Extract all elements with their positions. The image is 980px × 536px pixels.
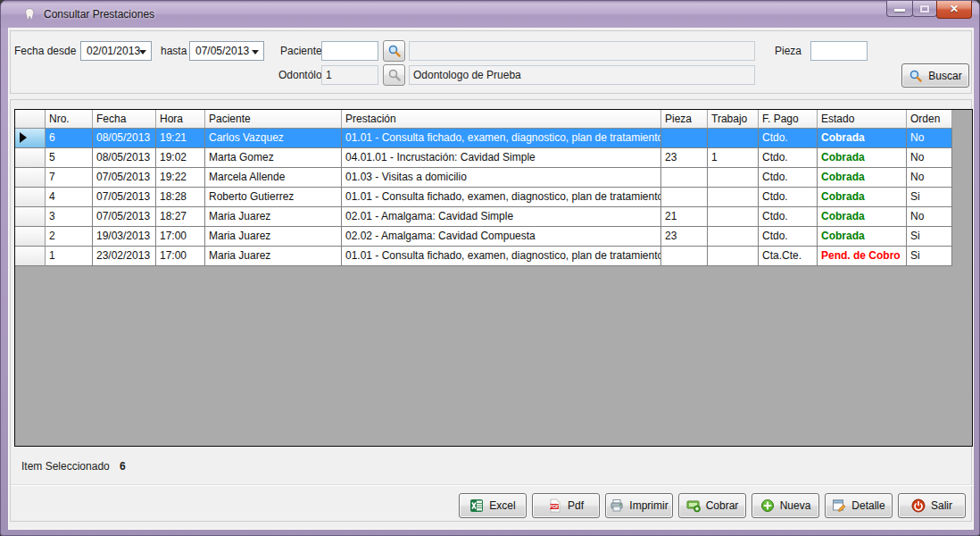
table-row[interactable]: 707/05/201319:22Marcela Allende01.03 - V…	[15, 168, 972, 188]
cell-prestacion[interactable]: 01.01 - Consulta fichado, examen, diagno…	[342, 247, 661, 266]
row-selector[interactable]	[15, 129, 46, 148]
cell-f_pago[interactable]: Ctdo.	[759, 129, 818, 148]
detalle-button[interactable]: Detalle	[825, 493, 893, 518]
buscar-button[interactable]: Buscar	[901, 63, 969, 88]
cell-paciente[interactable]: Maria Juarez	[205, 227, 342, 247]
cell-estado[interactable]: Cobrada	[818, 207, 907, 227]
cell-nro[interactable]: 7	[46, 168, 93, 188]
column-header-prestacion[interactable]: Prestación	[342, 110, 661, 129]
cell-fecha[interactable]: 07/05/2013	[93, 207, 156, 227]
cell-prestacion[interactable]: 01.03 - Visitas a domicilio	[342, 168, 661, 188]
cell-paciente[interactable]: Marcela Allende	[205, 168, 342, 188]
title-bar[interactable]: Consultar Prestaciones ✕	[1, 1, 980, 28]
cell-estado[interactable]: Cobrada	[818, 227, 907, 247]
cell-pieza[interactable]: 21	[661, 207, 708, 227]
table-row[interactable]: 608/05/201319:21Carlos Vazquez01.01 - Co…	[15, 129, 972, 148]
cell-pieza[interactable]: 23	[661, 227, 708, 247]
cell-estado[interactable]: Cobrada	[818, 188, 907, 207]
cell-prestacion[interactable]: 02.02 - Amalgama: Cavidad Compuesta	[342, 227, 661, 247]
column-header-paciente[interactable]: Paciente	[205, 110, 342, 129]
cell-trabajo[interactable]	[708, 188, 759, 207]
cell-orden[interactable]: No	[907, 207, 952, 227]
cell-orden[interactable]: No	[907, 129, 952, 148]
cell-fecha[interactable]: 07/05/2013	[93, 168, 156, 188]
salir-button[interactable]: Salir	[898, 493, 966, 518]
cell-nro[interactable]: 3	[46, 207, 93, 227]
cell-pieza[interactable]	[661, 188, 708, 207]
column-header-estado[interactable]: Estado	[818, 110, 907, 129]
cell-prestacion[interactable]: 02.01 - Amalgama: Cavidad Simple	[342, 207, 661, 227]
column-header-pieza[interactable]: Pieza	[661, 110, 708, 129]
cell-hora[interactable]: 18:27	[156, 207, 205, 227]
cell-pieza[interactable]	[661, 247, 708, 266]
cell-paciente[interactable]: Carlos Vazquez	[205, 129, 342, 148]
cell-f_pago[interactable]: Cta.Cte.	[759, 247, 818, 266]
minimize-button[interactable]	[886, 1, 913, 17]
cell-estado[interactable]: Cobrada	[818, 168, 907, 188]
table-row[interactable]: 307/05/201318:27Maria Juarez02.01 - Amal…	[15, 207, 972, 227]
cell-fecha[interactable]: 19/03/2013	[93, 227, 156, 247]
imprimir-button[interactable]: Imprimir	[605, 493, 673, 518]
maximize-button[interactable]	[912, 1, 937, 17]
pieza-input[interactable]	[810, 41, 868, 61]
fecha-hasta-combo[interactable]: 07/05/2013	[189, 41, 264, 61]
fecha-desde-combo[interactable]: 02/01/2013	[80, 41, 152, 61]
paciente-search-button[interactable]	[383, 40, 405, 62]
cell-orden[interactable]: Si	[907, 247, 952, 266]
column-header-orden[interactable]: Orden	[907, 110, 952, 129]
cell-nro[interactable]: 2	[46, 227, 93, 247]
cell-estado[interactable]: Cobrada	[818, 148, 907, 168]
cell-prestacion[interactable]: 01.01 - Consulta fichado, examen, diagno…	[342, 188, 661, 207]
cell-f_pago[interactable]: Ctdo.	[759, 207, 818, 227]
cell-paciente[interactable]: Marta Gomez	[205, 148, 342, 168]
cell-trabajo[interactable]	[708, 129, 759, 148]
cell-hora[interactable]: 17:00	[156, 247, 205, 266]
cell-fecha[interactable]: 07/05/2013	[93, 188, 156, 207]
cell-orden[interactable]: Si	[907, 188, 952, 207]
cell-nro[interactable]: 5	[46, 148, 93, 168]
row-selector[interactable]	[15, 168, 46, 188]
cell-f_pago[interactable]: Ctdo.	[759, 227, 818, 247]
cell-orden[interactable]: No	[907, 168, 952, 188]
table-row[interactable]: 508/05/201319:02Marta Gomez04.01.01 - In…	[15, 148, 972, 168]
cell-paciente[interactable]: Maria Juarez	[205, 207, 342, 227]
row-selector[interactable]	[15, 207, 46, 227]
cell-estado[interactable]: Pend. de Cobro	[818, 247, 907, 266]
cell-orden[interactable]: No	[907, 148, 952, 168]
odontologo-codigo-input[interactable]	[321, 65, 378, 85]
cell-fecha[interactable]: 08/05/2013	[93, 129, 156, 148]
cell-paciente[interactable]: Maria Juarez	[205, 247, 342, 266]
table-row[interactable]: 219/03/201317:00Maria Juarez02.02 - Amal…	[15, 227, 972, 247]
row-selector[interactable]	[15, 188, 46, 207]
odontologo-search-button[interactable]	[383, 64, 405, 86]
column-header-trabajo[interactable]: Trabajo	[708, 110, 759, 129]
cobrar-button[interactable]: Cobrar	[678, 493, 746, 518]
nueva-button[interactable]: Nueva	[752, 493, 819, 518]
column-header-f_pago[interactable]: F. Pago	[759, 110, 818, 129]
close-button[interactable]: ✕	[936, 1, 972, 19]
row-selector[interactable]	[15, 227, 46, 247]
column-header-nro[interactable]: Nro.	[46, 110, 93, 129]
cell-trabajo[interactable]	[708, 207, 759, 227]
pdf-button[interactable]: PDFPdf	[532, 493, 600, 518]
cell-paciente[interactable]: Roberto Gutierrez	[205, 188, 342, 207]
cell-nro[interactable]: 1	[46, 247, 93, 266]
cell-trabajo[interactable]	[708, 247, 759, 266]
column-header-hora[interactable]: Hora	[156, 110, 205, 129]
cell-pieza[interactable]	[661, 168, 708, 188]
cell-hora[interactable]: 17:00	[156, 227, 205, 247]
paciente-nombre-input[interactable]	[409, 41, 755, 61]
cell-orden[interactable]: Si	[907, 227, 952, 247]
cell-hora[interactable]: 19:22	[156, 168, 205, 188]
odontologo-nombre-input[interactable]	[409, 65, 755, 85]
cell-trabajo[interactable]	[708, 227, 759, 247]
cell-hora[interactable]: 18:28	[156, 188, 205, 207]
table-row[interactable]: 407/05/201318:28Roberto Gutierrez01.01 -…	[15, 188, 972, 207]
cell-hora[interactable]: 19:21	[156, 129, 205, 148]
cell-f_pago[interactable]: Ctdo.	[759, 188, 818, 207]
cell-hora[interactable]: 19:02	[156, 148, 205, 168]
cell-pieza[interactable]	[661, 129, 708, 148]
row-selector[interactable]	[15, 148, 46, 168]
cell-f_pago[interactable]: Ctdo.	[759, 148, 818, 168]
excel-button[interactable]: Excel	[459, 493, 527, 518]
